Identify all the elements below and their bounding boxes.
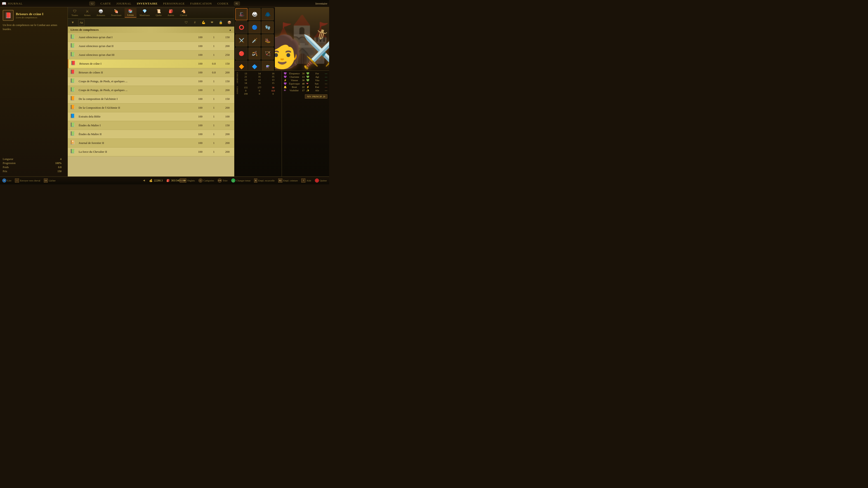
list-item[interactable]: 📘 Extraits dela Bible 100 1 100 xyxy=(68,112,234,121)
btn-empl-escarcelle[interactable]: R Empl. escarcelle xyxy=(254,178,274,183)
item-name: Briseurs de crâne I xyxy=(79,62,196,66)
arrow-right[interactable]: ► xyxy=(184,179,187,182)
equip-slot-extra3[interactable]: ⚗️ xyxy=(261,61,274,70)
list-item-selected[interactable]: 📕 Briseurs de crâne I 100 0.8 150 xyxy=(68,59,234,68)
btn-empl-ceinture[interactable]: R2 Empl. ceinture xyxy=(278,178,298,183)
bottom-center: ◄ 💰 22280.3 🎒 303/340 ► xyxy=(143,179,187,182)
stat-vitesse: ⚡ Vitesse 30 xyxy=(284,79,305,82)
col1: 100 xyxy=(196,62,205,66)
filter-icon-heart[interactable]: ❤ xyxy=(209,20,215,26)
stat-equivoque-icon: 💜 xyxy=(284,82,287,85)
weapon-cell: 199 xyxy=(239,92,252,95)
tab-quete[interactable]: 📜 Quête xyxy=(153,8,164,18)
armor-grid: 13 14 16 21 35 35 12 12 13 xyxy=(239,72,280,84)
list-item[interactable]: 📗 Aussi silencieux qu'un chat II 100 1 2… xyxy=(68,42,234,51)
stat-agi-icon: 💚 xyxy=(306,75,309,78)
tab-armures[interactable]: 🥋 Armures xyxy=(94,8,108,18)
list-item[interactable]: 📗 Études du Maître II 100 1 200 xyxy=(68,130,234,139)
filter-icon-lock[interactable]: 🔒 xyxy=(217,20,224,26)
sort-az-button[interactable]: Az xyxy=(78,20,85,26)
item-name: Extraits dela Bible xyxy=(79,115,196,119)
list-item[interactable]: 📗 Aussi silencieux qu'un chat III 100 1 … xyxy=(68,51,234,59)
nav-journal-left[interactable]: Journal xyxy=(8,2,23,5)
stat-charisme-icon: 💜 xyxy=(284,75,287,78)
item-book-icon: 📗 xyxy=(70,87,76,93)
tab-cheval[interactable]: 🐴 Cheval xyxy=(177,8,190,18)
bottom-bar: ✕ Lire □ Envoyer vers cheval L1 Lâcher ◄… xyxy=(0,176,329,184)
stat-equivoque: 💜 Équivoque 48 xyxy=(284,82,305,85)
currency-value: 22280.3 xyxy=(154,179,163,182)
equip-slot-head[interactable]: 🎩 xyxy=(235,8,248,20)
filter-icon-strength[interactable]: 💪 xyxy=(200,20,207,26)
equip-slot-weapon3[interactable]: 🪃 xyxy=(248,47,260,60)
filter-icon-box[interactable]: 📦 xyxy=(226,20,232,26)
equip-slot-arrows[interactable]: 🏹 xyxy=(261,47,274,60)
arrow-left[interactable]: ◄ xyxy=(143,179,146,182)
list-item[interactable]: 📗 Coups de Poings, de Pieds, et quelques… xyxy=(68,77,234,86)
list-item[interactable]: 📗 La force du Chevalier II 100 1 200 xyxy=(68,148,234,156)
nav-carte[interactable]: CARTE xyxy=(100,2,111,5)
stat-vita-label: Vita xyxy=(315,79,319,82)
btn-envoyer[interactable]: □ Envoyer vers cheval xyxy=(15,178,40,183)
equip-slot-extra1[interactable]: 🔶 xyxy=(235,61,248,70)
btn-trier[interactable]: ✦✦ Trier xyxy=(218,178,228,183)
filter-icon-shield[interactable]: 🛡 xyxy=(183,20,189,26)
filter-icon[interactable]: ▼ xyxy=(70,20,76,26)
nav-personnage[interactable]: PERSONNAGE xyxy=(163,2,185,5)
tab-livres-icon: 📚 xyxy=(128,9,133,13)
stat-eloquence: 💜 Éloquence 30 xyxy=(284,72,305,75)
list-item[interactable]: 📗 Études du Maître I 100 1 150 xyxy=(68,121,234,130)
nav-fabrication[interactable]: FABRICATION xyxy=(190,2,212,5)
list-item[interactable]: 📙 De la composition de l'alchimie I 100 … xyxy=(68,95,234,103)
btn-aide[interactable]: ? Aide xyxy=(301,178,311,183)
list-item[interactable]: 📕 Briseurs de crânes II 100 0.8 200 xyxy=(68,68,234,77)
tab-materiaux[interactable]: 💎 Matériaux xyxy=(137,8,153,18)
equip-slot-gloves[interactable]: 🧤 xyxy=(261,21,274,33)
btn-quitter[interactable]: ○ Quitter xyxy=(315,178,327,183)
char-equipment: 🎩 🥋 🧥 ⭕ 🔵 🧤 ⚔️ 🗡️ 🥾 🔴 🪃 🏹 🔶 🔷 ⚗️ 🏰 xyxy=(235,7,329,70)
weapon-cell: 0 xyxy=(239,89,252,92)
equip-slot-cape[interactable]: 🧥 xyxy=(261,8,274,20)
stat-for-icon: 💚 xyxy=(306,72,309,75)
tab-armes-icon: ⚔ xyxy=(86,9,89,13)
equip-slot-ring2[interactable]: 🔴 xyxy=(235,47,248,60)
btn-lire[interactable]: ✕ Lire xyxy=(2,178,11,183)
equip-slot-neck[interactable]: 🔵 xyxy=(248,21,260,33)
equip-slot-body[interactable]: 🥋 xyxy=(248,8,260,20)
btn-categories[interactable]: ⬡ Catégories xyxy=(198,178,214,183)
col1: 100 xyxy=(196,97,205,101)
item-stats: Longueur 4 Progression 100% Poids 0.8 Pr… xyxy=(3,158,61,174)
btn-changer-tenue[interactable]: △ Changer tenue xyxy=(231,178,251,183)
btn-lacher[interactable]: L1 Lâcher xyxy=(44,178,56,183)
tab-nourriture-icon: 🍖 xyxy=(114,9,119,13)
col2: 1 xyxy=(209,97,218,101)
nav-codex[interactable]: CODEX xyxy=(217,2,228,5)
col2: 1 xyxy=(209,88,218,92)
tab-toutes[interactable]: 🛡 Toutes xyxy=(69,8,81,18)
filter-icon-hash[interactable]: # xyxy=(192,20,198,26)
list-item[interactable]: 📔 Journal de forestier II 100 1 200 xyxy=(68,139,234,148)
equip-slot-extra2[interactable]: 🔷 xyxy=(248,61,260,70)
equip-slot-ring1[interactable]: ⭕ xyxy=(235,21,248,33)
nav-inventaire[interactable]: INVENTAIRE xyxy=(137,2,158,5)
stat-longueur: Longueur 4 xyxy=(3,158,61,161)
stat-vitesse-val: 30 xyxy=(302,79,305,82)
stat-equivoque-val: 48 xyxy=(302,82,305,85)
stat-ene-label: Éné xyxy=(315,86,319,89)
equip-slot-weapon1[interactable]: ⚔️ xyxy=(235,34,248,46)
tab-armures-label: Armures xyxy=(96,14,105,17)
tab-autres[interactable]: 🎒 Autres xyxy=(165,8,177,18)
equip-slot-boots[interactable]: 🥾 xyxy=(261,34,274,46)
list-item[interactable]: 📙 De la Composition de l'Alchimie II 100… xyxy=(68,103,234,112)
tab-nourriture[interactable]: 🍖 Nourriture xyxy=(108,8,124,18)
list-item[interactable]: 📗 Aussi silencieux qu'un chat I 100 1 15… xyxy=(68,33,234,42)
list-item[interactable]: 📗 Coups de Poings, de Pieds, et quelques… xyxy=(68,86,234,95)
tab-armes[interactable]: ⚔ Armes xyxy=(81,8,93,18)
tab-livres[interactable]: 📚 Livres xyxy=(125,8,136,18)
col1: 100 xyxy=(196,79,205,83)
nav-journal[interactable]: JOURNAL xyxy=(116,2,131,5)
item-cols: 100 1 100 xyxy=(196,115,232,119)
item-list[interactable]: Livres de compétences ▲ 📗 Aussi silencie… xyxy=(68,27,234,176)
equip-slot-weapon2[interactable]: 🗡️ xyxy=(248,34,260,46)
list-header-text: Livres de compétences xyxy=(70,28,99,32)
